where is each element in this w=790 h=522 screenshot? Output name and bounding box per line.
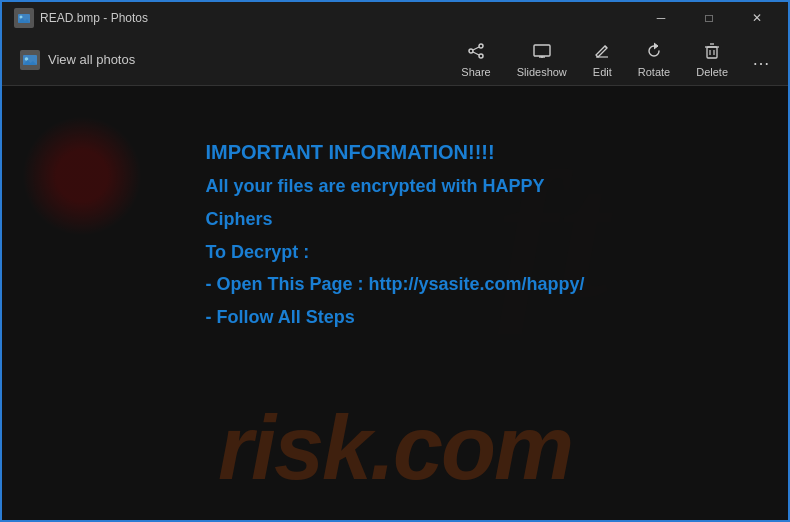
- close-button[interactable]: ✕: [734, 2, 780, 34]
- rotate-icon: [645, 42, 663, 63]
- delete-icon: [703, 42, 721, 63]
- minimize-button[interactable]: ─: [638, 2, 684, 34]
- svg-line-10: [473, 52, 479, 55]
- view-all-photos-label: View all photos: [48, 52, 135, 67]
- svg-point-6: [479, 44, 483, 48]
- watermark: risk.com: [218, 397, 572, 500]
- titlebar-left: READ.bmp - Photos: [14, 8, 148, 28]
- toolbar: View all photos Share: [2, 34, 788, 86]
- titlebar: READ.bmp - Photos ─ □ ✕: [2, 2, 788, 34]
- delete-label: Delete: [696, 66, 728, 78]
- slideshow-icon: [533, 42, 551, 63]
- share-icon: [467, 42, 485, 63]
- share-button[interactable]: Share: [449, 37, 502, 83]
- photos-icon: [20, 50, 40, 70]
- image-viewer: ft IMPORTANT INFORMATION!!!! All your fi…: [2, 86, 788, 520]
- view-all-photos-button[interactable]: View all photos: [10, 44, 145, 76]
- edit-label: Edit: [593, 66, 612, 78]
- edit-icon: [593, 42, 611, 63]
- ransom-line-1: IMPORTANT INFORMATION!!!!: [205, 136, 584, 168]
- ransom-line-2: All your files are encrypted with HAPPY: [205, 172, 584, 201]
- svg-point-7: [469, 49, 473, 53]
- more-options-button[interactable]: …: [742, 41, 780, 78]
- rotate-button[interactable]: Rotate: [626, 37, 682, 83]
- rotate-label: Rotate: [638, 66, 670, 78]
- share-label: Share: [461, 66, 490, 78]
- ransom-line-5: - Open This Page : http://ysasite.com/ha…: [205, 270, 584, 299]
- toolbar-left: View all photos: [10, 44, 145, 76]
- ransom-line-6: - Follow All Steps: [205, 303, 584, 332]
- maximize-button[interactable]: □: [686, 2, 732, 34]
- window-controls: ─ □ ✕: [638, 2, 780, 34]
- background-decor-circle: [22, 116, 142, 236]
- delete-button[interactable]: Delete: [684, 37, 740, 83]
- svg-line-9: [473, 47, 479, 50]
- svg-rect-15: [707, 47, 717, 58]
- slideshow-button[interactable]: Slideshow: [505, 37, 579, 83]
- edit-button[interactable]: Edit: [581, 37, 624, 83]
- svg-rect-11: [534, 45, 550, 56]
- ransom-note: IMPORTANT INFORMATION!!!! All your files…: [145, 116, 644, 356]
- toolbar-actions: Share Slideshow: [449, 37, 780, 83]
- slideshow-label: Slideshow: [517, 66, 567, 78]
- ransom-line-3: Ciphers: [205, 205, 584, 234]
- svg-point-4: [25, 57, 29, 61]
- ransom-line-4: To Decrypt :: [205, 238, 584, 267]
- app-window: READ.bmp - Photos ─ □ ✕ View all photos: [0, 0, 790, 522]
- app-icon: [14, 8, 34, 28]
- svg-point-8: [479, 54, 483, 58]
- window-title: READ.bmp - Photos: [40, 11, 148, 25]
